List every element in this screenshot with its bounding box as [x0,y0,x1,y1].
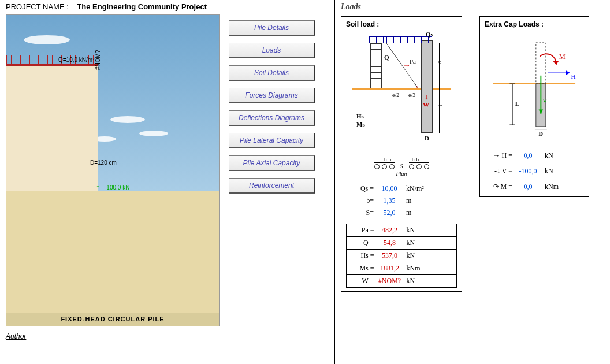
soil-results-table: Pa =482,2kN Q =54,8kN Hs =537,0kN Ms =18… [346,224,457,288]
project-label: PROJECT NAME : [6,2,69,11]
soil-inputs-table: Qs =10,00kN/m² b=1,35m S=52,0m [346,183,457,219]
table-row: Q =54,8kN [347,237,457,250]
q-surcharge-label: Q=10,0 kN/m² [58,57,95,63]
extra-cap-loads-panel: Extra Cap Loads : [479,16,589,197]
vertical-load-arrow-icon: ↓ [96,180,100,189]
table-row: -↓ V =-100,0kN [485,165,584,177]
vertical-load-label: -100,0 kN [105,184,129,191]
soil-details-button[interactable]: Soil Details [229,65,315,81]
svg-marker-5 [566,70,570,75]
project-line: PROJECT NAME : The Engineering Community… [6,2,328,11]
project-name: The Engineering Community Project [77,2,207,11]
table-row: Pa =482,2kN [347,224,457,237]
table-row: Hs =537,0kN [347,250,457,262]
extra-cap-diagram: M H V L D [485,32,584,147]
extra-loads-table: → H =0,0kN -↓ V =-100,0kN ↷ M =0,0kNm [485,150,584,193]
svg-text:V: V [542,97,548,104]
forces-diagrams-button[interactable]: Forces Diagrams [229,88,315,103]
svg-text:H: H [571,73,575,80]
loads-section-title: Loads [341,2,604,12]
table-row: → H =0,0kN [485,150,584,162]
pile-illustration: Q=10,0 kN/m² #NOM? D=120 cm ↓ -100,0 kN … [6,14,220,326]
pile-details-button[interactable]: Pile Details [229,20,315,36]
pile-axial-capacity-button[interactable]: Pile Axial Capacity [229,155,315,171]
soil-load-title: Soil load : [346,20,457,28]
soil-load-diagram: → → ↓ Qs Q Pa e e/2 e/3 W L D [346,32,457,153]
svg-text:D: D [539,131,544,136]
nom-vertical-label: #NOM? [95,50,101,70]
plan-diagram: bbbb S Plan [346,157,457,177]
table-row: b=1,35m [346,195,457,207]
svg-text:L: L [515,100,520,107]
table-row: ↷ M =0,0kNm [485,181,584,193]
pile-lateral-capacity-button[interactable]: Pile Lateral Capacity [229,133,315,148]
pile-caption: FIXED-HEAD CIRCULAR PILE [6,315,219,322]
reinforcement-button[interactable]: Reinforcement [229,178,315,194]
svg-text:M: M [559,53,566,61]
svg-marker-3 [553,61,559,65]
table-row: S=52,0m [346,207,457,219]
extra-cap-loads-title: Extra Cap Loads : [485,20,584,28]
table-row: Ms =1881,2kNm [347,262,457,275]
table-row: Qs =10,00kN/m² [346,183,457,195]
table-row: W =#NOM?kN [347,275,457,288]
deflections-diagrams-button[interactable]: Deflections Diagrams [229,110,315,126]
author-label: Author [6,332,328,340]
pile-diameter-label: D=120 cm [90,159,117,166]
loads-button[interactable]: Loads [229,43,315,58]
soil-load-panel: Soil load : → → ↓ Qs [341,16,462,292]
nav-button-column: Pile Details Loads Soil Details Forces D… [229,14,315,326]
